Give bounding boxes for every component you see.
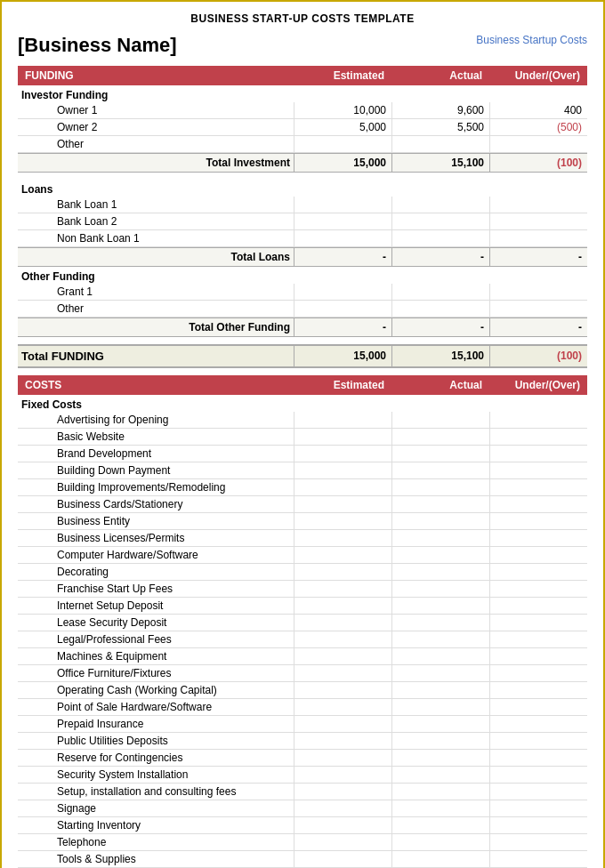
- fixed-cost-label: Brand Development: [18, 446, 294, 462]
- fixed-cost-under: [489, 564, 587, 580]
- costs-section-header: COSTS Estimated Actual Under/(Over): [18, 375, 587, 395]
- fixed-cost-actual: [391, 665, 489, 681]
- total-other-funding-label: Total Other Funding: [18, 318, 294, 336]
- fixed-cost-under: [489, 733, 587, 749]
- fixed-cost-under: [489, 547, 587, 563]
- fixed-cost-actual: [391, 412, 489, 428]
- other-funding-other-label: Other: [18, 301, 294, 317]
- fixed-cost-estimated: [294, 429, 391, 445]
- bank-loan2-estimated: [294, 213, 391, 229]
- grant1-estimated: [294, 284, 391, 300]
- fixed-cost-estimated: [294, 817, 391, 833]
- owner1-estimated: 10,000: [294, 102, 391, 118]
- total-funding-label: Total FUNDING: [18, 346, 294, 366]
- fixed-cost-label: Computer Hardware/Software: [18, 547, 294, 563]
- total-loans-under: -: [489, 248, 587, 266]
- table-row: Building Down Payment: [18, 462, 587, 479]
- fixed-cost-actual: [391, 733, 489, 749]
- fixed-cost-actual: [391, 767, 489, 783]
- bank-loan1-label: Bank Loan 1: [18, 197, 294, 213]
- table-row: Decorating: [18, 564, 587, 581]
- fixed-cost-actual: [391, 564, 489, 580]
- fixed-cost-under: [489, 784, 587, 800]
- table-row: Grant 1: [18, 284, 587, 301]
- fixed-cost-under: [489, 412, 587, 428]
- fixed-cost-under: [489, 631, 587, 647]
- fixed-cost-actual: [391, 446, 489, 462]
- grant1-under: [489, 284, 587, 300]
- table-row: Setup, installation and consulting fees: [18, 784, 587, 800]
- other-funding-other-estimated: [294, 301, 391, 317]
- fixed-cost-actual: [391, 800, 489, 816]
- fixed-cost-estimated: [294, 581, 391, 597]
- fixed-cost-estimated: [294, 784, 391, 800]
- total-investment-under: (100): [489, 154, 587, 172]
- grant1-label: Grant 1: [18, 284, 294, 300]
- table-row: Other: [18, 301, 587, 317]
- owner2-label: Owner 2: [18, 119, 294, 135]
- fixed-cost-actual: [391, 598, 489, 614]
- fixed-cost-under: [489, 598, 587, 614]
- fixed-cost-estimated: [294, 699, 391, 715]
- fixed-cost-under: [489, 834, 587, 850]
- total-other-funding-under: -: [489, 318, 587, 336]
- funding-label: FUNDING: [21, 68, 290, 83]
- funding-under-header: Under/(Over): [486, 68, 584, 83]
- table-row: Owner 1 10,000 9,600 400: [18, 102, 587, 119]
- fixed-cost-estimated: [294, 530, 391, 546]
- table-row: Reserve for Contingencies: [18, 750, 587, 767]
- fixed-cost-under: [489, 479, 587, 495]
- total-other-funding-estimated: -: [294, 318, 391, 336]
- fixed-cost-estimated: [294, 547, 391, 563]
- total-loans-actual: -: [391, 248, 489, 266]
- other-funding-other-actual: [391, 301, 489, 317]
- fixed-cost-under: [489, 429, 587, 445]
- table-row: Legal/Professional Fees: [18, 631, 587, 648]
- table-row: Security System Installation: [18, 767, 587, 784]
- fixed-cost-estimated: [294, 412, 391, 428]
- subtitle-link[interactable]: Business Startup Costs: [476, 34, 587, 46]
- other-funding-label: Other Funding: [18, 267, 587, 284]
- fixed-cost-under: [489, 682, 587, 698]
- fixed-cost-estimated: [294, 496, 391, 512]
- fixed-cost-label: Reserve for Contingencies: [18, 750, 294, 766]
- fixed-cost-estimated: [294, 462, 391, 478]
- table-row: Internet Setup Deposit: [18, 598, 587, 615]
- fixed-cost-actual: [391, 699, 489, 715]
- fixed-cost-label: Business Cards/Stationery: [18, 496, 294, 512]
- fixed-cost-under: [489, 716, 587, 732]
- fixed-cost-under: [489, 750, 587, 766]
- fixed-cost-label: Public Utilities Deposits: [18, 733, 294, 749]
- fixed-cost-label: Signage: [18, 800, 294, 816]
- costs-estimated-header: Estimated: [290, 378, 388, 392]
- owner2-under: (500): [489, 119, 587, 135]
- fixed-cost-estimated: [294, 513, 391, 529]
- fixed-cost-under: [489, 648, 587, 664]
- fixed-cost-actual: [391, 784, 489, 800]
- fixed-cost-estimated: [294, 800, 391, 816]
- fixed-cost-estimated: [294, 716, 391, 732]
- fixed-cost-label: Franchise Start Up Fees: [18, 581, 294, 597]
- fixed-cost-actual: [391, 817, 489, 833]
- investor-funding-label: Investor Funding: [18, 85, 587, 102]
- bank-loan2-actual: [391, 213, 489, 229]
- bank-loan1-actual: [391, 197, 489, 213]
- fixed-cost-actual: [391, 429, 489, 445]
- other-investor-actual: [391, 136, 489, 152]
- table-row: Tools & Supplies: [18, 851, 587, 868]
- fixed-cost-label: Advertising for Opening: [18, 412, 294, 428]
- table-row: Signage: [18, 800, 587, 817]
- fixed-cost-label: Legal/Professional Fees: [18, 631, 294, 647]
- bank-loan2-label: Bank Loan 2: [18, 213, 294, 229]
- fixed-cost-estimated: [294, 564, 391, 580]
- fixed-cost-label: Internet Setup Deposit: [18, 598, 294, 614]
- owner2-actual: 5,500: [391, 119, 489, 135]
- fixed-costs-label: Fixed Costs: [18, 395, 587, 412]
- fixed-cost-actual: [391, 716, 489, 732]
- total-loans-label: Total Loans: [18, 248, 294, 266]
- costs-under-header: Under/(Over): [486, 378, 584, 392]
- total-funding-row: Total FUNDING 15,000 15,100 (100): [18, 344, 587, 368]
- fixed-cost-estimated: [294, 733, 391, 749]
- fixed-cost-label: Building Down Payment: [18, 462, 294, 478]
- fixed-cost-label: Telephone: [18, 834, 294, 850]
